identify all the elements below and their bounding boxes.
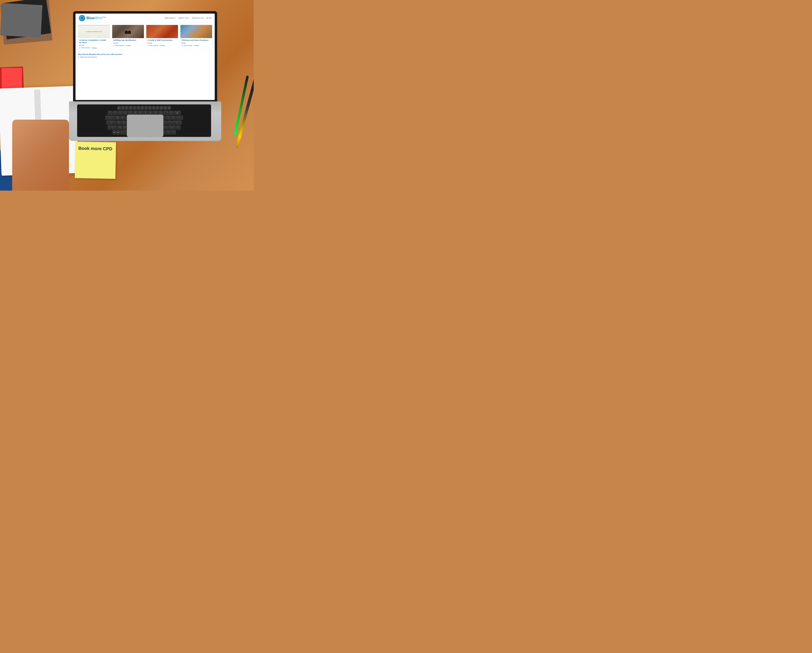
- key-up[interactable]: ↑: [176, 126, 180, 129]
- logo-blue: Blue: [87, 16, 95, 20]
- key-f8[interactable]: f8: [148, 106, 152, 110]
- key-f10[interactable]: f10: [156, 106, 159, 110]
- laptop-base: esc f1 f2 f3 f4 f5 f6 f7 f8 f9 f10 f11 f…: [69, 101, 221, 141]
- add-to-basket-0[interactable]: Add to basket: [79, 47, 90, 49]
- key-lshift[interactable]: ⇧: [108, 126, 117, 129]
- key-9[interactable]: 9: [153, 111, 158, 115]
- nav-blog[interactable]: BLOG: [206, 17, 211, 19]
- key-slash[interactable]: /: [163, 126, 168, 129]
- nav-services[interactable]: SERVICES: [165, 17, 176, 19]
- product-title-3: Chimneys and Open Fireplaces: [182, 39, 211, 41]
- key-lctrl[interactable]: ctrl: [113, 130, 116, 134]
- key-quote[interactable]: ': [167, 121, 172, 125]
- key-0[interactable]: 0: [159, 111, 163, 115]
- trackpad[interactable]: [127, 114, 163, 137]
- add-to-basket-2[interactable]: Add to basket: [147, 45, 158, 46]
- key-minus[interactable]: -: [163, 111, 168, 115]
- key-capslock[interactable]: ⇪: [107, 121, 116, 125]
- add-to-basket-1[interactable]: Add to basket: [113, 45, 124, 46]
- product-card-3: Chimneys and Open Fireplaces £8.00 Add t…: [180, 25, 212, 50]
- add-to-basket-3[interactable]: Add to basket: [182, 45, 192, 46]
- product-title-1: Building Age Identification: [113, 39, 143, 41]
- product-price-0: £16.00: [79, 44, 109, 46]
- relevant-practical-text: Relevant and Practical:: [80, 56, 97, 58]
- key-down[interactable]: ↓: [166, 130, 171, 134]
- product-grid: Complaint Handling Process Customer Comp…: [75, 23, 215, 52]
- key-row-fn: esc f1 f2 f3 f4 f5 f6 f7 f8 f9 f10 f11 f…: [79, 106, 209, 110]
- laptop-screen-outer: BlueWireHub SERVICES ABOUT US CONTACT US…: [73, 11, 217, 102]
- key-f3[interactable]: f3: [129, 106, 132, 110]
- website-header: BlueWireHub SERVICES ABOUT US CONTACT US…: [75, 14, 215, 23]
- logo-wire: Wire: [95, 16, 102, 20]
- key-del[interactable]: del: [168, 106, 171, 110]
- key-1[interactable]: 1: [113, 111, 117, 115]
- check-icon: ✔: [78, 56, 79, 58]
- product-actions-1: Add to basket Details: [113, 45, 143, 46]
- key-f7[interactable]: f7: [145, 106, 148, 110]
- key-2[interactable]: 2: [118, 111, 122, 115]
- key-lbracket[interactable]: [: [166, 116, 171, 120]
- product-price-2: £12.00: [147, 42, 177, 44]
- details-btn-3[interactable]: Details: [194, 45, 199, 46]
- key-4[interactable]: 4: [128, 111, 133, 115]
- product-actions-3: Add to basket Details: [182, 45, 211, 46]
- hand: [12, 120, 69, 190]
- key-f12[interactable]: f12: [164, 106, 167, 110]
- svg-point-0: [80, 16, 84, 20]
- key-alt[interactable]: alt: [116, 130, 120, 134]
- sticky-note: Book more CPD: [75, 142, 116, 179]
- logo-icon: [79, 15, 85, 21]
- product-price-1: £20.00: [113, 42, 143, 44]
- key-rbracket[interactable]: ]: [171, 116, 176, 120]
- key-rshift[interactable]: ⇧: [168, 126, 176, 129]
- key-tab[interactable]: ⇥: [105, 116, 114, 120]
- key-3[interactable]: 3: [123, 111, 127, 115]
- key-f1[interactable]: f1: [121, 106, 125, 110]
- product-image-brick: [147, 25, 178, 38]
- key-right[interactable]: →: [171, 130, 176, 134]
- paper-text: Complaint Handling Process: [86, 31, 102, 32]
- key-enter[interactable]: ↵: [176, 116, 183, 120]
- product-image-houses: [180, 25, 212, 38]
- product-actions-0: Add to basket Details: [79, 47, 109, 49]
- key-row-numbers: \ 1 2 3 4 5 6 7 8 9 0 - = ⌫: [79, 111, 209, 115]
- key-backslash[interactable]: \: [108, 111, 112, 115]
- logo-area: BlueWireHub: [79, 15, 106, 21]
- key-a[interactable]: A: [116, 121, 121, 125]
- key-w[interactable]: W: [121, 116, 125, 120]
- key-backspace[interactable]: ⌫: [174, 111, 181, 115]
- product-card-2: A Guide to Wall Construction £12.00 Add …: [146, 25, 178, 50]
- key-f11[interactable]: f11: [160, 106, 163, 110]
- key-s[interactable]: S: [122, 121, 126, 125]
- why-choose-title: Why Choose Bluewire Hub Ltd for your CPD…: [78, 53, 212, 55]
- product-body-1: Building Age Identification £20.00 Add t…: [112, 38, 144, 47]
- product-title-2: A Guide to Wall Construction: [147, 39, 177, 41]
- key-esc[interactable]: esc: [118, 106, 121, 110]
- notebook-gray: [0, 3, 43, 38]
- laptop-screen: BlueWireHub SERVICES ABOUT US CONTACT US…: [75, 14, 215, 100]
- details-btn-0[interactable]: Details: [91, 47, 96, 49]
- key-5[interactable]: 5: [133, 111, 137, 115]
- key-6[interactable]: 6: [138, 111, 143, 115]
- key-x[interactable]: X: [123, 126, 127, 129]
- key-f9[interactable]: f9: [152, 106, 156, 110]
- key-8[interactable]: 8: [148, 111, 153, 115]
- key-enter2[interactable]: ↵: [172, 121, 182, 125]
- logo-text: BlueWireHub: [87, 16, 106, 20]
- key-q[interactable]: Q: [115, 116, 120, 120]
- product-actions-2: Add to basket Details: [147, 45, 177, 46]
- key-f2[interactable]: f2: [125, 106, 128, 110]
- nav-contact-us[interactable]: CONTACT US: [192, 17, 203, 19]
- details-btn-2[interactable]: Details: [159, 45, 165, 46]
- key-7[interactable]: 7: [143, 111, 148, 115]
- nav-about-us[interactable]: ABOUT US: [178, 17, 189, 19]
- key-equals[interactable]: =: [169, 111, 173, 115]
- details-btn-1[interactable]: Details: [125, 45, 131, 46]
- logo-hub: Hub: [102, 16, 106, 18]
- product-body-3: Chimneys and Open Fireplaces £8.00 Add t…: [180, 38, 212, 47]
- website-nav: SERVICES ABOUT US CONTACT US BLOG: [165, 17, 211, 19]
- key-f4[interactable]: f4: [133, 106, 136, 110]
- key-f5[interactable]: f5: [137, 106, 140, 110]
- key-f6[interactable]: f6: [140, 106, 144, 110]
- key-z[interactable]: Z: [118, 126, 122, 129]
